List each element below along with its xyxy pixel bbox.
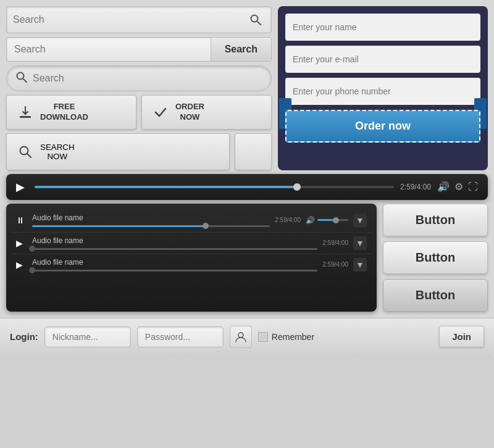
audio-player: ⏸ Audio file name 2:59/4:00 🔊 ▼ [6, 204, 377, 312]
audio-thumb-2[interactable] [29, 246, 35, 252]
download-icon [15, 102, 35, 122]
search-input-2[interactable] [7, 38, 211, 61]
middle-row: ⏸ Audio file name 2:59/4:00 🔊 ▼ [6, 204, 488, 312]
ui-button-2[interactable]: Button [383, 241, 488, 274]
settings-icon[interactable]: ⚙ [454, 181, 463, 193]
nickname-input[interactable] [44, 326, 131, 347]
audio-volume-container: 🔊 [306, 216, 348, 225]
search-bar-1 [6, 6, 272, 33]
audio-progress-2[interactable] [32, 248, 317, 250]
video-time: 2:59/4:00 [400, 183, 431, 191]
order-now-label: ORDERNOW [175, 102, 204, 123]
search-bar-2: Search [6, 37, 272, 62]
audio-title-3: Audio file name [32, 258, 317, 267]
order-form-panel: Order now [278, 6, 488, 170]
search-icon-3 [15, 71, 28, 86]
video-play-button[interactable]: ▶ [16, 180, 28, 194]
audio-track-1: ⏸ Audio file name 2:59/4:00 🔊 ▼ [11, 209, 372, 233]
volume-icon[interactable]: 🔊 [437, 181, 450, 193]
audio-play-button-2[interactable]: ▶ [16, 238, 27, 248]
audio-time-3: 2:59/4:00 [322, 261, 348, 268]
audio-volume-track[interactable] [317, 219, 348, 221]
left-panel: Search [6, 6, 272, 170]
audio-thumb-1[interactable] [203, 223, 209, 229]
player-controls: 🔊 ⚙ ⛶ [437, 181, 478, 193]
square-button[interactable] [235, 133, 272, 170]
audio-title-2: Audio file name [32, 236, 317, 245]
search-input-3[interactable] [33, 73, 262, 84]
search-now-label: SEARCHNOW [40, 143, 75, 161]
ui-button-1[interactable]: Button [383, 204, 488, 236]
name-input[interactable] [285, 14, 480, 41]
join-button[interactable]: Join [439, 326, 484, 347]
audio-expand-button-3[interactable]: ▼ [353, 258, 367, 272]
video-progress-container [35, 186, 394, 188]
svg-point-7 [238, 333, 243, 338]
search-now-button[interactable]: SEARCHNOW [6, 133, 230, 170]
audio-pause-button-1[interactable]: ⏸ [16, 215, 27, 225]
audio-track-3: ▶ Audio file name 2:59/4:00 ▼ [11, 254, 372, 275]
audio-track-info-1: Audio file name [32, 214, 270, 227]
remember-label: Remember [272, 332, 314, 342]
audio-progress-1[interactable] [32, 225, 270, 227]
free-download-button[interactable]: FREEDOWNLOAD [6, 95, 136, 130]
phone-input[interactable] [285, 78, 480, 105]
audio-track-info-2: Audio file name [32, 236, 317, 250]
email-input[interactable] [285, 46, 480, 73]
audio-volume-thumb[interactable] [333, 217, 339, 223]
audio-thumb-3[interactable] [29, 267, 35, 273]
svg-line-6 [27, 154, 31, 157]
svg-line-1 [257, 21, 261, 25]
search-icon-button-1[interactable] [246, 10, 265, 29]
login-bar: Login: Remember Join [0, 318, 494, 355]
audio-track-2: ▶ Audio file name 2:59/4:00 ▼ [11, 233, 372, 254]
video-progress-fill [35, 186, 297, 188]
video-player: ▶ 2:59/4:00 🔊 ⚙ ⛶ [6, 174, 488, 200]
audio-track-info-3: Audio file name [32, 258, 317, 272]
remember-checkbox[interactable] [258, 332, 268, 342]
user-icon-button[interactable] [230, 326, 252, 348]
search-input-1[interactable] [13, 14, 246, 25]
audio-time-1: 2:59/4:00 [275, 217, 301, 223]
main-container: Search [0, 0, 494, 355]
video-progress-thumb[interactable] [293, 183, 301, 191]
top-row: Search [6, 6, 488, 170]
svg-line-3 [23, 78, 27, 82]
order-now-button[interactable]: ORDERNOW [141, 95, 272, 130]
free-download-label: FREEDOWNLOAD [40, 102, 88, 123]
audio-expand-button-1[interactable]: ▼ [353, 214, 367, 227]
audio-title-1: Audio file name [32, 214, 270, 222]
order-now-form-button[interactable]: Order now [285, 110, 480, 143]
fullscreen-icon[interactable]: ⛶ [468, 181, 478, 193]
search-now-row: SEARCHNOW [6, 133, 272, 170]
checkmark-icon [151, 102, 170, 122]
audio-play-button-3[interactable]: ▶ [16, 260, 27, 270]
buttons-panel: Button Button Button [383, 204, 488, 312]
audio-fill-1 [32, 225, 206, 227]
video-progress-track[interactable] [35, 186, 394, 188]
audio-expand-button-2[interactable]: ▼ [353, 236, 367, 250]
audio-volume-icon[interactable]: 🔊 [306, 216, 315, 225]
search-now-icon [15, 142, 35, 162]
svg-rect-4 [20, 116, 31, 118]
audio-progress-3[interactable] [32, 270, 317, 272]
password-input[interactable] [137, 326, 224, 347]
action-buttons-row: FREEDOWNLOAD ORDERNOW [6, 95, 272, 130]
audio-time-2: 2:59/4:00 [322, 239, 348, 246]
login-label: Login: [10, 331, 38, 342]
remember-container[interactable]: Remember [258, 332, 314, 342]
ui-button-3[interactable]: Button [383, 279, 488, 312]
search-bar-3 [6, 65, 272, 91]
search-button-2[interactable]: Search [211, 38, 271, 61]
